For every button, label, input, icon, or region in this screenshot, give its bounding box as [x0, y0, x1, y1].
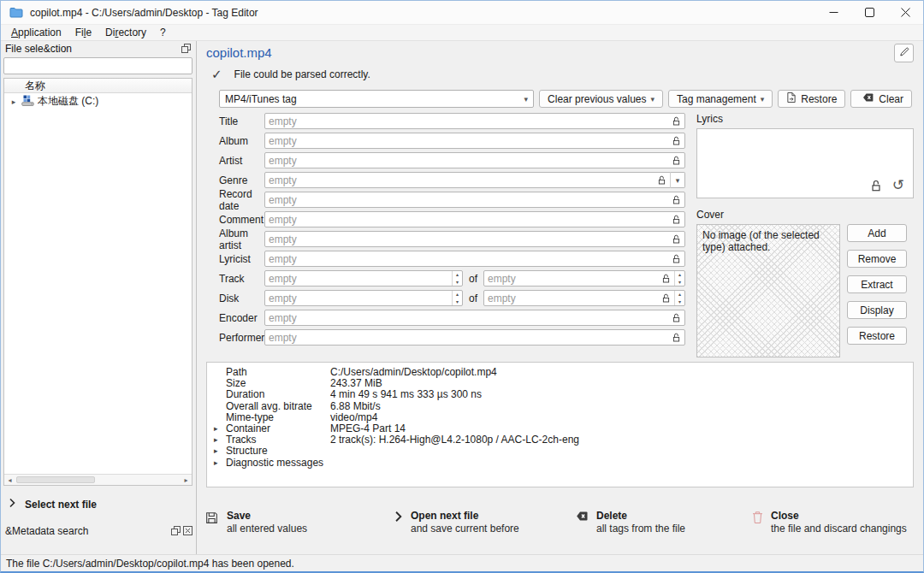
file-tree-header[interactable]: 名称 — [4, 79, 192, 93]
maximize-button[interactable] — [851, 1, 887, 24]
tag-editor-window: copilot.mp4 - C:/Users/admin/Desktop - T… — [0, 0, 924, 573]
delete-action-button[interactable]: Deleteall tags from the file — [572, 510, 685, 535]
clear-previous-values-button[interactable]: Clear previous values ▾ — [539, 90, 663, 108]
cover-restore-button[interactable]: Restore — [847, 327, 907, 345]
open-next-file-action-button[interactable]: Open next fileand save current before — [394, 510, 519, 535]
lock-open-icon[interactable] — [672, 194, 681, 205]
placeholder-text: empty — [269, 135, 668, 147]
info-row[interactable]: Duration4 min 49 s 941 ms 333 µs 300 ns — [214, 389, 906, 400]
info-row[interactable]: PathC:/Users/admin/Desktop/copilot.mp4 — [214, 367, 906, 378]
close-button[interactable] — [887, 1, 923, 24]
track-total-input[interactable]: empty▴▾ — [483, 270, 685, 286]
scroll-left-icon[interactable]: ◂ — [4, 476, 15, 484]
lyrics-input[interactable]: ↺ — [696, 128, 914, 198]
expand-arrow-icon[interactable]: ▸ — [214, 446, 226, 457]
lock-open-icon[interactable] — [672, 312, 681, 323]
lock-open-icon[interactable] — [672, 155, 681, 166]
save-action-button[interactable]: Saveall entered values — [204, 510, 307, 535]
info-row[interactable]: ▸Diagnostic messages — [214, 458, 906, 469]
album-input[interactable]: empty — [264, 133, 685, 149]
file-tree-body: ▸ 本地磁盘 (C:) — [4, 93, 192, 474]
lock-open-icon[interactable] — [672, 115, 681, 127]
expand-arrow-icon[interactable]: ▸ — [214, 434, 226, 446]
comment-label: Comment — [219, 214, 264, 226]
expand-arrow-icon[interactable]: ▸ — [214, 458, 226, 469]
document-restore-icon — [786, 92, 797, 106]
spinner[interactable]: ▴▾ — [452, 271, 462, 286]
genre-dropdown-button[interactable]: ▾ — [670, 172, 685, 188]
comment-input[interactable]: empty — [264, 211, 685, 227]
cover-remove-button[interactable]: Remove — [847, 250, 907, 268]
scrollbar-thumb[interactable] — [16, 476, 95, 483]
tag-management-label: Tag management — [677, 93, 756, 105]
expand-arrow-icon[interactable]: ▸ — [9, 97, 18, 106]
performers-input[interactable]: empty — [264, 329, 685, 346]
close-action-button[interactable]: Closethe file and discard changings — [752, 510, 907, 535]
lock-open-icon[interactable] — [661, 273, 671, 284]
of-label: of — [463, 273, 483, 285]
lock-open-icon[interactable] — [657, 174, 666, 186]
titlebar[interactable]: copilot.mp4 - C:/Users/admin/Desktop - T… — [1, 1, 923, 25]
file-info-tree: PathC:/Users/admin/Desktop/copilot.mp4Si… — [206, 362, 914, 487]
disk-total-input[interactable]: empty▴▾ — [483, 290, 685, 306]
lyricist-input[interactable]: empty — [264, 251, 685, 267]
close-panel-icon[interactable] — [181, 525, 193, 537]
info-row[interactable]: Overall avg. bitrate6.88 Mbit/s — [214, 401, 906, 412]
file-search-input[interactable] — [3, 57, 192, 74]
chevron-down-icon: ▾ — [676, 176, 680, 185]
info-row[interactable]: Size243.37 MiB — [214, 378, 906, 389]
tag-type-select[interactable]: MP4/iTunes tag ▾ — [219, 90, 534, 108]
info-row[interactable]: ▸Tracks2 track(s): H.264-High@L4.2-1080p… — [214, 434, 906, 446]
cover-display-button[interactable]: Display — [847, 301, 907, 319]
spinner[interactable]: ▴▾ — [674, 291, 684, 305]
genre-input[interactable]: empty — [264, 172, 671, 188]
backspace-icon — [572, 511, 589, 522]
menu-directory[interactable]: Directory — [98, 26, 153, 39]
parse-status-message: File could be parsed correctly. — [234, 68, 370, 80]
menu-application[interactable]: Application — [4, 26, 68, 39]
undo-icon[interactable]: ↺ — [892, 178, 904, 192]
float-panel-icon[interactable] — [169, 525, 181, 537]
spinner[interactable]: ▴▾ — [452, 291, 462, 305]
tree-item-local-disk-c[interactable]: ▸ 本地磁盘 (C:) — [4, 93, 192, 109]
cover-add-button[interactable]: Add — [847, 224, 907, 242]
scroll-right-icon[interactable]: ▸ — [181, 476, 192, 484]
float-panel-icon[interactable] — [180, 43, 192, 55]
spinner[interactable]: ▴▾ — [674, 271, 684, 286]
info-value: 6.88 Mbit/s — [330, 401, 906, 412]
album-artist-input[interactable]: empty — [264, 231, 685, 247]
expand-arrow-icon[interactable]: ▸ — [214, 423, 226, 434]
tag-toolbar: MP4/iTunes tag ▾ Clear previous values ▾… — [219, 90, 912, 108]
placeholder-text: empty — [488, 273, 658, 285]
action-subtitle: and save current before — [411, 523, 519, 535]
horizontal-scrollbar[interactable]: ◂ ▸ — [4, 474, 192, 485]
edit-filename-button[interactable] — [894, 44, 914, 62]
lock-open-icon[interactable] — [661, 292, 671, 304]
placeholder-text: empty — [488, 292, 658, 304]
track-number-input[interactable]: empty▴▾ — [264, 270, 463, 286]
track-label: Track — [219, 273, 264, 285]
lock-open-icon[interactable] — [672, 233, 681, 245]
minimize-button[interactable] — [815, 1, 851, 24]
action-title: Open next file — [411, 510, 519, 522]
menu-help[interactable]: ? — [153, 26, 173, 39]
record-date-input[interactable]: empty — [264, 192, 685, 208]
cover-extract-button[interactable]: Extract — [847, 275, 907, 293]
artist-input[interactable]: empty — [264, 152, 685, 168]
encoder-input[interactable]: empty — [264, 310, 685, 326]
lock-open-icon[interactable] — [672, 253, 681, 264]
info-row[interactable]: ▸Structure — [214, 446, 906, 457]
restore-button[interactable]: Restore — [778, 90, 845, 108]
menu-file[interactable]: File — [68, 26, 98, 39]
lock-open-icon[interactable] — [672, 214, 681, 225]
lock-open-icon[interactable] — [870, 179, 882, 192]
title-input[interactable]: empty — [264, 113, 685, 129]
tag-management-button[interactable]: Tag management ▾ — [668, 90, 773, 108]
lock-open-icon[interactable] — [672, 135, 681, 146]
disk-number-input[interactable]: empty▴▾ — [264, 290, 463, 306]
lock-open-icon[interactable] — [672, 332, 681, 343]
info-value — [330, 458, 906, 469]
clear-button[interactable]: Clear — [850, 90, 912, 108]
info-row[interactable]: Mime-typevideo/mp4 — [214, 412, 906, 423]
select-next-file-button[interactable]: Select next file — [9, 498, 97, 511]
